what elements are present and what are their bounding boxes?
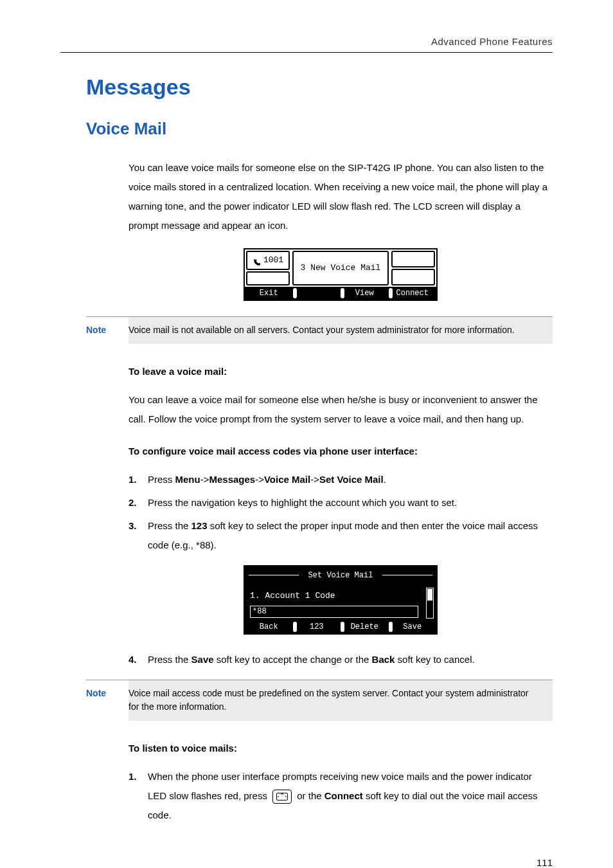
text: Press the navigation keys to highlight t… [148, 493, 553, 512]
text: soft key to cancel. [395, 654, 474, 665]
listen-step-1: 1. When the phone user interface prompts… [129, 767, 553, 825]
text: . [384, 474, 386, 485]
page-number: 111 [60, 857, 553, 868]
text: or the [294, 790, 324, 801]
leave-paragraph: You can leave a voice mail for someone e… [129, 390, 553, 429]
softkey-exit[interactable]: Exit [245, 287, 293, 300]
message-key-icon [272, 790, 292, 804]
softkey-blank[interactable] [293, 287, 341, 300]
step-number: 1. [129, 767, 148, 825]
text: Press the [148, 654, 191, 665]
lcd-set-voice-mail: Set Voice Mail 1. Account 1 Code *88 Bac… [244, 565, 438, 635]
listen-steps: 1. When the phone user interface prompts… [129, 767, 553, 825]
note-text: Voice mail access code must be predefine… [129, 687, 541, 714]
arrow: -> [255, 474, 264, 485]
back-label: Back [372, 654, 395, 665]
listen-heading: To listen to voice mails: [129, 739, 553, 758]
lcd-account: 1001 [263, 252, 283, 269]
menu-label: Menu [175, 474, 200, 485]
note-label: Note [86, 680, 129, 721]
softkey-save[interactable]: Save [389, 620, 437, 633]
page: Advanced Phone Features Messages Voice M… [0, 0, 613, 868]
softkey-connect[interactable]: Connect [389, 287, 437, 300]
lcd2-title: Set Voice Mail [245, 566, 436, 584]
heading-messages: Messages [86, 75, 553, 100]
arrow: -> [200, 474, 209, 485]
phone-icon [253, 257, 261, 265]
intro-paragraph: You can leave voice mails for someone el… [129, 158, 553, 235]
heading-voice-mail: Voice Mail [86, 119, 553, 139]
note-label: Note [86, 317, 129, 344]
step-number: 4. [129, 650, 148, 669]
lcd-message: 3 New Voice Mail [292, 251, 389, 285]
softkey-view[interactable]: View [341, 287, 389, 300]
lcd-notification-wrap: 1001 3 New Voice Mail Exit View Connect [129, 248, 553, 301]
step-1: 1. Press Menu->Messages->Voice Mail->Set… [129, 470, 553, 489]
step-4: 4. Press the Save soft key to accept the… [129, 650, 553, 669]
section-leave: To leave a voice mail: You can leave a v… [129, 362, 553, 669]
text: Press the [148, 520, 191, 531]
step-3: 3. Press the 123 soft key to select the … [129, 516, 553, 555]
lcd2-input[interactable]: *88 [250, 606, 418, 618]
running-header: Advanced Phone Features [60, 36, 553, 53]
save-label: Save [191, 654, 214, 665]
softkey-delete[interactable]: Delete [341, 620, 389, 633]
lcd-notification: 1001 3 New Voice Mail Exit View Connect [244, 248, 438, 301]
lcd2-row-label: 1. Account 1 Code [250, 588, 431, 604]
body: You can leave voice mails for someone el… [129, 158, 553, 301]
voice-mail-label: Voice Mail [264, 474, 310, 485]
set-voice-mail-label: Set Voice Mail [319, 474, 384, 485]
note-1: Note Voice mail is not available on all … [86, 316, 553, 344]
step-number: 3. [129, 516, 148, 555]
note-2: Note Voice mail access code must be pred… [86, 680, 553, 721]
config-heading: To configure voice mail access codes via… [129, 442, 553, 461]
scrollbar[interactable] [426, 588, 434, 619]
note-text: Voice mail is not available on all serve… [129, 323, 541, 338]
step-number: 2. [129, 493, 148, 512]
config-steps: 1. Press Menu->Messages->Voice Mail->Set… [129, 470, 553, 555]
text: Press [148, 474, 175, 485]
section-listen: To listen to voice mails: 1. When the ph… [129, 739, 553, 825]
arrow: -> [310, 474, 319, 485]
step-2: 2. Press the navigation keys to highligh… [129, 493, 553, 512]
leave-heading: To leave a voice mail: [129, 362, 553, 381]
messages-label: Messages [209, 474, 255, 485]
connect-label: Connect [324, 790, 363, 801]
123-label: 123 [191, 520, 208, 531]
config-steps-cont: 4. Press the Save soft key to accept the… [129, 650, 553, 669]
softkey-123[interactable]: 123 [293, 620, 341, 633]
text: soft key to accept the change or the [214, 654, 372, 665]
softkey-back[interactable]: Back [245, 620, 293, 633]
lcd-softkeys: Exit View Connect [245, 287, 436, 300]
lcd2-softkeys: Back 123 Delete Save [245, 620, 436, 633]
step-number: 1. [129, 470, 148, 489]
lcd-setvoicemail-wrap: Set Voice Mail 1. Account 1 Code *88 Bac… [129, 565, 553, 635]
